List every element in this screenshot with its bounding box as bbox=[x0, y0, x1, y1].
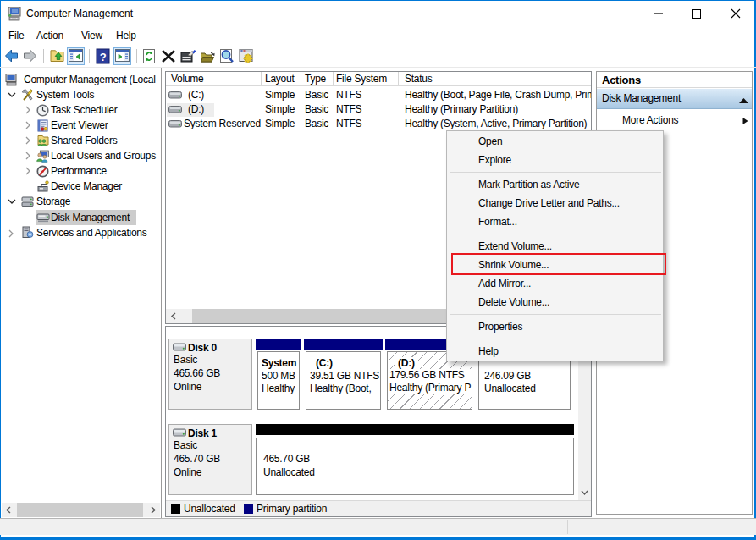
svg-text:?: ? bbox=[100, 51, 107, 63]
